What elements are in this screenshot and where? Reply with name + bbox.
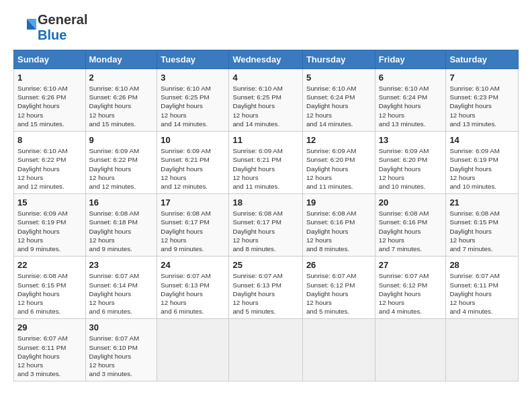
table-row: 13Sunrise: 6:09 AMSunset: 6:20 PMDayligh…	[375, 132, 446, 194]
day-number: 30	[89, 322, 154, 332]
day-info: Sunrise: 6:07 AMSunset: 6:11 PMDaylight …	[449, 271, 515, 316]
col-monday: Monday	[85, 50, 157, 69]
day-info: Sunrise: 6:07 AMSunset: 6:11 PMDaylight …	[17, 334, 82, 378]
day-info: Sunrise: 6:07 AMSunset: 6:10 PMDaylight …	[89, 334, 154, 378]
table-row: 17Sunrise: 6:08 AMSunset: 6:17 PMDayligh…	[157, 194, 229, 257]
day-info: Sunrise: 6:10 AMSunset: 6:23 PMDaylight …	[449, 84, 515, 128]
day-info: Sunrise: 6:10 AMSunset: 6:26 PMDaylight …	[89, 84, 154, 128]
day-number: 12	[306, 135, 371, 145]
day-info: Sunrise: 6:10 AMSunset: 6:24 PMDaylight …	[379, 84, 443, 128]
day-number: 6	[379, 73, 443, 83]
day-info: Sunrise: 6:10 AMSunset: 6:26 PMDaylight …	[17, 84, 82, 128]
col-thursday: Thursday	[302, 50, 375, 69]
day-number: 25	[232, 260, 298, 270]
day-number: 16	[89, 197, 154, 208]
day-number: 27	[379, 260, 443, 270]
table-row: 3Sunrise: 6:10 AMSunset: 6:25 PMDaylight…	[157, 69, 229, 132]
logo-general: General	[38, 12, 87, 27]
day-info: Sunrise: 6:09 AMSunset: 6:19 PMDaylight …	[17, 209, 82, 253]
col-saturday: Saturday	[446, 50, 519, 69]
table-row: 14Sunrise: 6:09 AMSunset: 6:19 PMDayligh…	[446, 132, 519, 194]
col-friday: Friday	[375, 50, 446, 69]
header: General Blue	[13, 12, 519, 43]
calendar-header-row: Sunday Monday Tuesday Wednesday Thursday…	[14, 50, 519, 69]
table-row: 21Sunrise: 6:08 AMSunset: 6:15 PMDayligh…	[446, 194, 519, 257]
day-info: Sunrise: 6:09 AMSunset: 6:20 PMDaylight …	[379, 146, 443, 191]
table-row: 6Sunrise: 6:10 AMSunset: 6:24 PMDaylight…	[375, 69, 446, 132]
day-info: Sunrise: 6:08 AMSunset: 6:18 PMDaylight …	[89, 209, 154, 253]
day-number: 28	[449, 260, 515, 270]
day-number: 11	[232, 135, 298, 145]
day-number: 23	[89, 260, 154, 270]
day-number: 18	[232, 197, 298, 208]
day-info: Sunrise: 6:10 AMSunset: 6:22 PMDaylight …	[17, 146, 82, 191]
day-number: 26	[306, 260, 371, 270]
day-info: Sunrise: 6:07 AMSunset: 6:14 PMDaylight …	[89, 271, 154, 316]
day-number: 8	[17, 135, 82, 145]
logo-blue: Blue	[38, 28, 66, 42]
day-number: 19	[306, 197, 371, 208]
table-row: 24Sunrise: 6:07 AMSunset: 6:13 PMDayligh…	[157, 257, 229, 319]
svg-rect-3	[13, 16, 27, 39]
calendar-week-row: 15Sunrise: 6:09 AMSunset: 6:19 PMDayligh…	[14, 194, 519, 257]
day-info: Sunrise: 6:10 AMSunset: 6:25 PMDaylight …	[232, 84, 298, 128]
table-row: 20Sunrise: 6:08 AMSunset: 6:16 PMDayligh…	[375, 194, 446, 257]
day-number: 2	[89, 73, 154, 83]
table-row: 11Sunrise: 6:09 AMSunset: 6:21 PMDayligh…	[229, 132, 302, 194]
day-info: Sunrise: 6:09 AMSunset: 6:19 PMDaylight …	[449, 146, 515, 191]
table-row	[446, 319, 519, 381]
table-row: 5Sunrise: 6:10 AMSunset: 6:24 PMDaylight…	[302, 69, 375, 132]
table-row: 26Sunrise: 6:07 AMSunset: 6:12 PMDayligh…	[302, 257, 375, 319]
day-number: 21	[449, 197, 515, 208]
table-row: 23Sunrise: 6:07 AMSunset: 6:14 PMDayligh…	[85, 257, 157, 319]
day-number: 4	[232, 73, 298, 83]
day-number: 15	[17, 197, 82, 208]
table-row: 16Sunrise: 6:08 AMSunset: 6:18 PMDayligh…	[85, 194, 157, 257]
day-info: Sunrise: 6:09 AMSunset: 6:22 PMDaylight …	[89, 146, 154, 191]
table-row: 2Sunrise: 6:10 AMSunset: 6:26 PMDaylight…	[85, 69, 157, 132]
day-number: 1	[17, 73, 82, 83]
table-row: 4Sunrise: 6:10 AMSunset: 6:25 PMDaylight…	[229, 69, 302, 132]
table-row: 25Sunrise: 6:07 AMSunset: 6:13 PMDayligh…	[229, 257, 302, 319]
calendar-week-row: 1Sunrise: 6:10 AMSunset: 6:26 PMDaylight…	[14, 69, 519, 132]
day-number: 17	[161, 197, 225, 208]
table-row: 18Sunrise: 6:08 AMSunset: 6:17 PMDayligh…	[229, 194, 302, 257]
table-row	[157, 319, 229, 381]
day-info: Sunrise: 6:09 AMSunset: 6:20 PMDaylight …	[306, 146, 371, 191]
logo-icon	[13, 16, 36, 39]
day-number: 29	[17, 322, 82, 332]
table-row	[302, 319, 375, 381]
day-number: 10	[161, 135, 225, 145]
day-number: 13	[379, 135, 443, 145]
logo: General Blue	[13, 12, 87, 43]
calendar-week-row: 8Sunrise: 6:10 AMSunset: 6:22 PMDaylight…	[14, 132, 519, 194]
day-number: 5	[306, 73, 371, 83]
page: General Blue Sunday Monday Tuesday Wedne…	[0, 0, 532, 411]
day-info: Sunrise: 6:07 AMSunset: 6:13 PMDaylight …	[161, 271, 225, 316]
table-row: 7Sunrise: 6:10 AMSunset: 6:23 PMDaylight…	[446, 69, 519, 132]
table-row: 12Sunrise: 6:09 AMSunset: 6:20 PMDayligh…	[302, 132, 375, 194]
day-info: Sunrise: 6:09 AMSunset: 6:21 PMDaylight …	[232, 146, 298, 191]
day-info: Sunrise: 6:07 AMSunset: 6:12 PMDaylight …	[306, 271, 371, 316]
day-info: Sunrise: 6:08 AMSunset: 6:17 PMDaylight …	[161, 209, 225, 253]
table-row	[229, 319, 302, 381]
table-row: 8Sunrise: 6:10 AMSunset: 6:22 PMDaylight…	[14, 132, 86, 194]
day-info: Sunrise: 6:08 AMSunset: 6:15 PMDaylight …	[17, 271, 82, 316]
day-info: Sunrise: 6:08 AMSunset: 6:16 PMDaylight …	[306, 209, 371, 253]
calendar-week-row: 29Sunrise: 6:07 AMSunset: 6:11 PMDayligh…	[14, 319, 519, 381]
day-info: Sunrise: 6:08 AMSunset: 6:16 PMDaylight …	[379, 209, 443, 253]
table-row: 28Sunrise: 6:07 AMSunset: 6:11 PMDayligh…	[446, 257, 519, 319]
table-row	[375, 319, 446, 381]
table-row: 22Sunrise: 6:08 AMSunset: 6:15 PMDayligh…	[14, 257, 86, 319]
day-number: 9	[89, 135, 154, 145]
day-number: 14	[449, 135, 515, 145]
day-number: 24	[161, 260, 225, 270]
calendar-week-row: 22Sunrise: 6:08 AMSunset: 6:15 PMDayligh…	[14, 257, 519, 319]
day-info: Sunrise: 6:09 AMSunset: 6:21 PMDaylight …	[161, 146, 225, 191]
day-number: 7	[449, 73, 515, 83]
day-number: 3	[161, 73, 225, 83]
calendar: Sunday Monday Tuesday Wednesday Thursday…	[13, 50, 519, 381]
table-row: 19Sunrise: 6:08 AMSunset: 6:16 PMDayligh…	[302, 194, 375, 257]
day-info: Sunrise: 6:07 AMSunset: 6:12 PMDaylight …	[379, 271, 443, 316]
table-row: 1Sunrise: 6:10 AMSunset: 6:26 PMDaylight…	[14, 69, 86, 132]
